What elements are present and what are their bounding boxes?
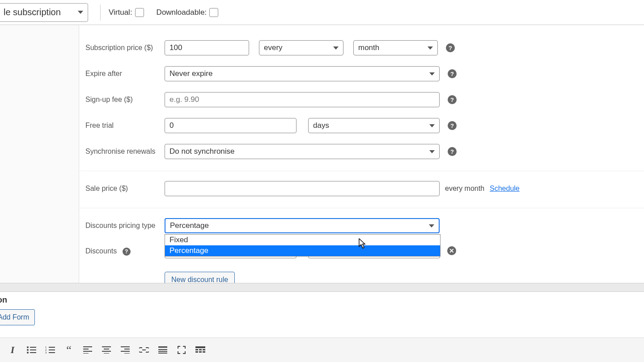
svg-rect-25 <box>158 349 167 350</box>
add-form-button[interactable]: Add Form <box>0 309 35 325</box>
italic-icon[interactable]: I <box>6 344 19 356</box>
svg-rect-21 <box>124 349 130 349</box>
editor-toolbar: I 123 “ <box>0 337 644 362</box>
svg-rect-24 <box>158 346 167 348</box>
help-icon[interactable]: ? <box>123 248 131 256</box>
svg-rect-17 <box>104 349 109 349</box>
sync-renewals-label: Synchronise renewals <box>85 147 165 156</box>
svg-rect-28 <box>195 346 205 348</box>
editor-dragbar[interactable] <box>0 283 644 292</box>
row-discounts-pricing-type: Discounts pricing type Percentage Fixed … <box>79 208 644 239</box>
sync-renewals-value: Do not synchronise <box>169 147 235 156</box>
svg-rect-27 <box>158 353 167 354</box>
svg-rect-15 <box>83 353 89 354</box>
discounts-pricing-type-label: Discounts pricing type <box>85 222 165 230</box>
subscription-interval-value: every <box>264 43 283 52</box>
subscription-period-select[interactable]: month <box>353 40 438 55</box>
downloadable-checkbox[interactable] <box>209 8 218 17</box>
option-fixed[interactable]: Fixed <box>165 235 440 245</box>
general-panel: Subscription price ($) every month ? Exp… <box>79 25 644 283</box>
free-trial-unit-select[interactable]: days <box>308 118 440 133</box>
discounts-pricing-type-dropdown: Fixed Percentage <box>165 234 441 257</box>
schedule-link[interactable]: Schedule <box>490 185 520 193</box>
align-center-icon[interactable] <box>100 344 113 356</box>
svg-rect-1 <box>30 347 36 348</box>
fullscreen-icon[interactable] <box>175 344 188 356</box>
subscription-price-label: Subscription price ($) <box>85 44 165 52</box>
virtual-checkbox-wrap: Virtual: <box>109 8 144 17</box>
chevron-down-icon <box>429 124 435 127</box>
expire-after-select[interactable]: Never expire <box>165 66 440 81</box>
svg-rect-5 <box>30 352 36 353</box>
signup-fee-input[interactable] <box>165 92 440 107</box>
chevron-down-icon <box>333 46 339 50</box>
svg-text:3: 3 <box>45 351 47 354</box>
align-right-icon[interactable] <box>119 344 131 356</box>
svg-rect-7 <box>49 347 55 348</box>
row-sale-price: Sale price ($) every month Schedule <box>79 171 644 208</box>
help-icon[interactable]: ? <box>448 95 457 104</box>
free-trial-input[interactable] <box>165 118 297 133</box>
downloadable-checkbox-wrap: Downloadable: <box>157 8 218 17</box>
svg-rect-33 <box>199 351 202 353</box>
svg-rect-22 <box>121 351 130 352</box>
svg-rect-30 <box>199 349 202 350</box>
chevron-down-icon <box>429 72 435 76</box>
help-icon[interactable]: ? <box>448 121 457 130</box>
help-icon[interactable]: ? <box>448 69 457 78</box>
chevron-down-icon <box>78 11 83 14</box>
numbered-list-icon[interactable]: 123 <box>44 344 56 356</box>
svg-point-2 <box>27 349 29 351</box>
insert-more-icon[interactable] <box>157 344 169 356</box>
svg-rect-18 <box>102 351 111 352</box>
svg-rect-9 <box>49 349 55 350</box>
svg-rect-20 <box>121 346 130 347</box>
free-trial-unit-value: days <box>313 121 329 130</box>
discounts-label: Discounts ? <box>85 246 165 256</box>
remove-discount-button[interactable]: ✕ <box>447 246 456 255</box>
subscription-interval-select[interactable]: every <box>259 40 343 55</box>
row-free-trial: Free trial days ? <box>79 113 644 139</box>
divider <box>100 4 101 21</box>
toolbar-toggle-icon[interactable] <box>194 344 207 356</box>
sale-price-label: Sale price ($) <box>85 185 165 193</box>
expire-after-value: Never expire <box>169 69 212 78</box>
row-sync-renewals: Synchronise renewals Do not synchronise … <box>79 139 644 171</box>
help-icon[interactable]: ? <box>446 43 455 52</box>
option-percentage[interactable]: Percentage <box>165 245 440 256</box>
signup-fee-label: Sign-up fee ($) <box>85 96 165 104</box>
svg-rect-14 <box>83 351 92 352</box>
free-trial-label: Free trial <box>85 122 165 130</box>
description-editor: on Add Form I 123 “ <box>0 283 644 362</box>
svg-rect-13 <box>83 349 89 349</box>
svg-rect-19 <box>104 353 109 354</box>
link-icon[interactable] <box>138 344 150 356</box>
svg-rect-16 <box>102 346 111 347</box>
blockquote-icon[interactable]: “ <box>63 344 75 356</box>
svg-rect-26 <box>158 351 167 352</box>
chevron-down-icon <box>428 46 433 50</box>
discounts-pricing-type-select[interactable]: Percentage Fixed Percentage <box>165 218 440 233</box>
subscription-price-input[interactable] <box>165 40 249 55</box>
product-type-select[interactable]: le subscription <box>0 3 88 22</box>
expire-after-label: Expire after <box>85 70 165 78</box>
bullet-list-icon[interactable] <box>25 344 38 356</box>
help-icon[interactable]: ? <box>448 147 457 156</box>
chevron-down-icon <box>429 150 435 153</box>
svg-rect-32 <box>195 351 198 353</box>
sync-renewals-select[interactable]: Do not synchronise <box>165 144 440 159</box>
align-left-icon[interactable] <box>81 344 94 356</box>
svg-rect-31 <box>203 349 205 350</box>
chevron-down-icon <box>429 224 434 227</box>
discounts-pricing-type-value: Percentage <box>170 221 209 230</box>
svg-point-4 <box>27 352 29 354</box>
virtual-label: Virtual: <box>109 8 132 17</box>
svg-rect-3 <box>30 349 36 350</box>
sale-price-input[interactable] <box>165 181 440 196</box>
product-type-value: le subscription <box>4 7 61 17</box>
svg-rect-11 <box>49 352 55 353</box>
subscription-period-value: month <box>358 43 379 52</box>
virtual-checkbox[interactable] <box>135 8 144 17</box>
discounts-label-text: Discounts <box>85 247 117 255</box>
row-subscription-price: Subscription price ($) every month ? <box>79 35 644 61</box>
